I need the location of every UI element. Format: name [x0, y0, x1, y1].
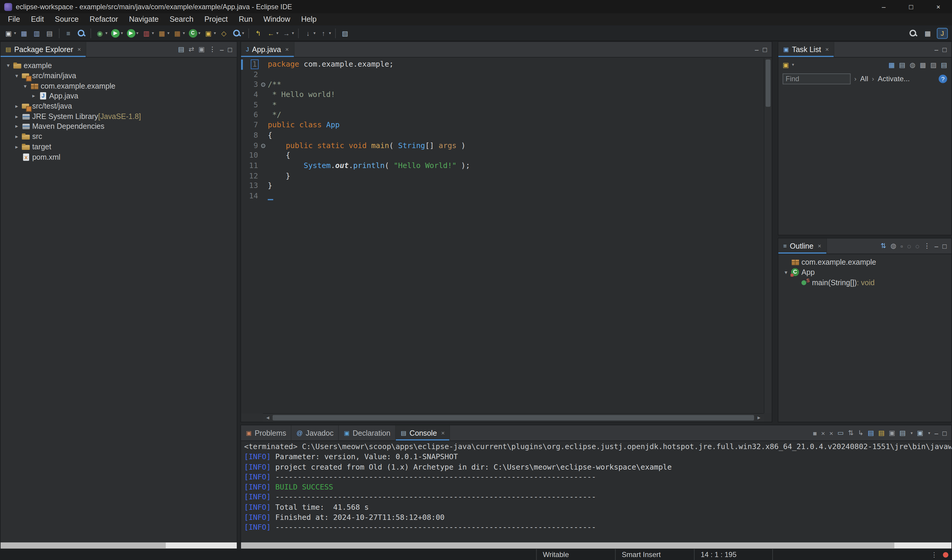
tree-item-target[interactable]: ▸target	[1, 142, 237, 152]
code-line[interactable]: 10 {	[241, 151, 764, 160]
save-button[interactable]: ▦	[18, 28, 30, 39]
clear-console-icon[interactable]: ▭	[838, 429, 844, 437]
hide-non-public-members-icon[interactable]: ◌	[907, 242, 911, 250]
code-line[interactable]: 1package com.example.example;	[241, 60, 764, 69]
close-tab-icon[interactable]: ×	[77, 46, 81, 52]
minimize-icon[interactable]: –	[755, 46, 758, 53]
tree-item-example[interactable]: ▾example	[1, 61, 237, 71]
hide-static-members-icon[interactable]: ▫	[901, 242, 903, 250]
new-class-button[interactable]: C▾	[187, 28, 202, 39]
print-button[interactable]: ▤	[43, 28, 56, 39]
menu-search[interactable]: Search	[164, 13, 199, 26]
horizontal-scrollbar[interactable]: ◄ ►	[263, 413, 763, 422]
tree-item-maven-dependencies[interactable]: ▸Maven Dependencies	[1, 121, 237, 131]
tab-problems[interactable]: ▣Problems	[241, 425, 292, 440]
maximize-icon[interactable]: □	[763, 46, 767, 53]
collapse-all-icon[interactable]: ▤	[178, 45, 184, 54]
collapse-all-icon[interactable]: ▤	[941, 61, 947, 69]
link-with-editor-icon[interactable]: ⇄	[189, 45, 194, 54]
scroll-left-icon[interactable]: ◄	[263, 415, 273, 420]
new-java-project-button[interactable]: ▦▾	[156, 28, 170, 39]
view-menu-icon[interactable]: ⋮	[924, 242, 930, 250]
focus-on-workweek-icon[interactable]: ▩	[920, 61, 926, 69]
maximize-icon[interactable]: □	[228, 46, 232, 53]
scroll-right-icon[interactable]: ►	[754, 415, 764, 420]
menu-help[interactable]: Help	[296, 13, 322, 26]
horizontal-scrollbar[interactable]	[241, 543, 951, 548]
next-annotation-button[interactable]: ↓▾	[302, 28, 317, 39]
word-wrap-icon[interactable]: ↳	[858, 429, 864, 437]
tree-item-src-main-java[interactable]: ▾src/main/java	[1, 71, 237, 81]
new-wizard-dropdown-icon[interactable]: ▾	[14, 31, 16, 35]
overflow-menu-icon[interactable]: ⋮	[931, 551, 937, 558]
previous-annotation-button[interactable]: ↑▾	[317, 28, 332, 39]
focus-on-active-task-icon[interactable]: ▣	[198, 45, 205, 54]
minimize-icon[interactable]: –	[935, 46, 938, 53]
tab-javadoc[interactable]: @Javadoc	[292, 425, 339, 440]
code-line[interactable]: 3/**	[241, 80, 764, 90]
maximize-button[interactable]: □	[897, 0, 925, 13]
code-line[interactable]: 6 */	[241, 110, 764, 120]
close-tab-icon[interactable]: ×	[285, 46, 289, 52]
save-all-button[interactable]: ▥	[31, 28, 43, 39]
chevron-closed-icon[interactable]: ▸	[13, 113, 21, 119]
help-icon[interactable]: ?	[939, 75, 947, 83]
code-line[interactable]: 13}	[241, 181, 764, 191]
tree-item-com-example-example[interactable]: ▾com.example.example	[1, 81, 237, 91]
coverage-button[interactable]: ▥▾	[140, 28, 155, 39]
chevron-open-icon[interactable]: ▾	[13, 73, 21, 79]
fold-marker-icon[interactable]	[259, 80, 268, 90]
menu-window[interactable]: Window	[258, 13, 296, 26]
open-console-button[interactable]: ≡	[62, 28, 74, 39]
run-external-tools-dropdown-icon[interactable]: ▾	[136, 31, 138, 35]
open-search-dialog-dropdown-icon[interactable]: ▾	[242, 31, 244, 35]
menu-run[interactable]: Run	[233, 13, 258, 26]
new-package-button[interactable]: ▦▾	[172, 28, 186, 39]
new-task-dropdown-icon[interactable]: ▾	[792, 62, 794, 67]
code-line[interactable]: 7public class App	[241, 120, 764, 130]
open-console-icon[interactable]: ▣	[917, 429, 923, 437]
java-perspective-button[interactable]: J	[936, 28, 949, 39]
coverage-dropdown-icon[interactable]: ▾	[152, 31, 154, 35]
maximize-icon[interactable]: □	[943, 429, 947, 436]
view-menu-icon[interactable]: ⋮	[209, 45, 215, 54]
chevron-closed-icon[interactable]: ▸	[13, 123, 21, 130]
hide-subtasks-icon[interactable]: ▨	[930, 61, 937, 69]
maximize-icon[interactable]: □	[943, 242, 947, 250]
scrollbar-thumb[interactable]	[241, 543, 895, 548]
scrollbar-track[interactable]	[273, 414, 754, 422]
tab-console[interactable]: ▤Console×	[396, 425, 450, 440]
open-console-dropdown-icon[interactable]: ▾	[928, 430, 930, 435]
minimize-icon[interactable]: –	[220, 46, 224, 53]
tree-item-src-test-java[interactable]: ▸src/test/java	[1, 101, 237, 111]
vertical-scrollbar[interactable]	[764, 58, 772, 413]
chevron-closed-icon[interactable]: ▸	[30, 93, 38, 99]
filter-completed-tasks-icon[interactable]: ◍	[910, 61, 916, 69]
chevron-open-icon[interactable]: ▾	[21, 83, 29, 89]
scrollbar-thumb[interactable]	[273, 415, 754, 420]
remove-all-terminated-icon[interactable]: ×	[829, 429, 833, 436]
show-stderr-icon[interactable]: ▤	[878, 429, 884, 437]
run-external-tools-button[interactable]: ▶▾	[125, 28, 139, 39]
debug-button[interactable]: ◉▾	[94, 28, 109, 39]
display-selected-console-icon[interactable]: ▤	[899, 429, 906, 437]
tree-item-app-java[interactable]: ▸App.java	[1, 91, 237, 101]
horizontal-scrollbar[interactable]	[1, 543, 237, 548]
search-button[interactable]	[75, 28, 87, 39]
chevron-closed-icon[interactable]: ▸	[13, 103, 21, 109]
hide-local-types-icon[interactable]: ◌	[915, 242, 919, 250]
code-line[interactable]: 12 }	[241, 171, 764, 181]
close-button[interactable]: ×	[925, 0, 952, 13]
link-all[interactable]: All	[860, 75, 868, 83]
show-stdout-icon[interactable]: ▤	[868, 429, 874, 437]
previous-annotation-dropdown-icon[interactable]: ▾	[329, 31, 331, 35]
chevron-open-icon[interactable]: ▾	[782, 270, 790, 275]
outline-item-app[interactable]: ▾App	[779, 267, 951, 278]
new-wizard-button[interactable]: ▣▾	[2, 28, 17, 39]
tab-declaration[interactable]: ▣Declaration	[339, 425, 396, 440]
terminate-icon[interactable]: ■	[813, 429, 817, 436]
hide-fields-icon[interactable]: ◍	[890, 242, 896, 250]
code-editor[interactable]: 1package com.example.example;23/**4 * He…	[241, 58, 764, 413]
link-activate-[interactable]: Activate...	[878, 75, 909, 83]
tree-item-pom-xml[interactable]: pom.xml	[1, 152, 237, 162]
